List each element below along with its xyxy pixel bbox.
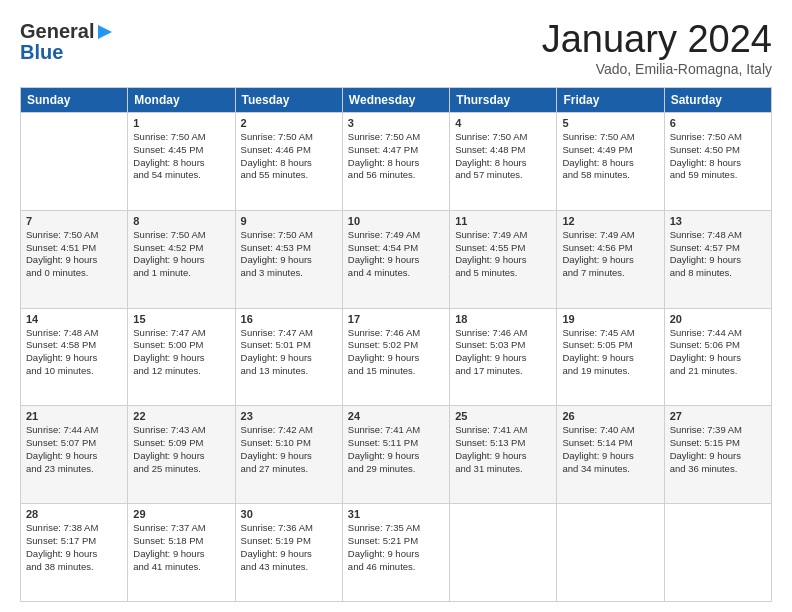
table-row: 21Sunrise: 7:44 AMSunset: 5:07 PMDayligh…	[21, 406, 128, 504]
day-number: 30	[241, 508, 337, 520]
day-info: Sunrise: 7:47 AMSunset: 5:00 PMDaylight:…	[133, 327, 229, 378]
table-row: 8Sunrise: 7:50 AMSunset: 4:52 PMDaylight…	[128, 210, 235, 308]
day-number: 23	[241, 410, 337, 422]
calendar-week-row: 1Sunrise: 7:50 AMSunset: 4:45 PMDaylight…	[21, 113, 772, 211]
logo-arrow-icon	[96, 23, 114, 41]
table-row: 31Sunrise: 7:35 AMSunset: 5:21 PMDayligh…	[342, 504, 449, 602]
table-row: 12Sunrise: 7:49 AMSunset: 4:56 PMDayligh…	[557, 210, 664, 308]
col-monday: Monday	[128, 88, 235, 113]
day-info: Sunrise: 7:50 AMSunset: 4:46 PMDaylight:…	[241, 131, 337, 182]
day-info: Sunrise: 7:45 AMSunset: 5:05 PMDaylight:…	[562, 327, 658, 378]
table-row	[21, 113, 128, 211]
day-info: Sunrise: 7:36 AMSunset: 5:19 PMDaylight:…	[241, 522, 337, 573]
day-number: 10	[348, 215, 444, 227]
day-number: 5	[562, 117, 658, 129]
table-row	[450, 504, 557, 602]
day-number: 21	[26, 410, 122, 422]
day-info: Sunrise: 7:44 AMSunset: 5:07 PMDaylight:…	[26, 424, 122, 475]
col-sunday: Sunday	[21, 88, 128, 113]
col-wednesday: Wednesday	[342, 88, 449, 113]
day-info: Sunrise: 7:49 AMSunset: 4:54 PMDaylight:…	[348, 229, 444, 280]
day-info: Sunrise: 7:50 AMSunset: 4:49 PMDaylight:…	[562, 131, 658, 182]
day-number: 2	[241, 117, 337, 129]
day-number: 11	[455, 215, 551, 227]
day-info: Sunrise: 7:49 AMSunset: 4:55 PMDaylight:…	[455, 229, 551, 280]
day-info: Sunrise: 7:38 AMSunset: 5:17 PMDaylight:…	[26, 522, 122, 573]
table-row: 30Sunrise: 7:36 AMSunset: 5:19 PMDayligh…	[235, 504, 342, 602]
day-info: Sunrise: 7:50 AMSunset: 4:47 PMDaylight:…	[348, 131, 444, 182]
day-info: Sunrise: 7:37 AMSunset: 5:18 PMDaylight:…	[133, 522, 229, 573]
day-info: Sunrise: 7:43 AMSunset: 5:09 PMDaylight:…	[133, 424, 229, 475]
col-saturday: Saturday	[664, 88, 771, 113]
day-info: Sunrise: 7:41 AMSunset: 5:13 PMDaylight:…	[455, 424, 551, 475]
day-number: 20	[670, 313, 766, 325]
logo-general: General	[20, 20, 94, 43]
table-row: 19Sunrise: 7:45 AMSunset: 5:05 PMDayligh…	[557, 308, 664, 406]
table-row: 7Sunrise: 7:50 AMSunset: 4:51 PMDaylight…	[21, 210, 128, 308]
table-row: 17Sunrise: 7:46 AMSunset: 5:02 PMDayligh…	[342, 308, 449, 406]
day-number: 7	[26, 215, 122, 227]
table-row: 28Sunrise: 7:38 AMSunset: 5:17 PMDayligh…	[21, 504, 128, 602]
table-row: 3Sunrise: 7:50 AMSunset: 4:47 PMDaylight…	[342, 113, 449, 211]
day-number: 29	[133, 508, 229, 520]
table-row: 29Sunrise: 7:37 AMSunset: 5:18 PMDayligh…	[128, 504, 235, 602]
col-friday: Friday	[557, 88, 664, 113]
day-info: Sunrise: 7:50 AMSunset: 4:48 PMDaylight:…	[455, 131, 551, 182]
day-number: 8	[133, 215, 229, 227]
table-row: 16Sunrise: 7:47 AMSunset: 5:01 PMDayligh…	[235, 308, 342, 406]
day-number: 15	[133, 313, 229, 325]
day-info: Sunrise: 7:50 AMSunset: 4:45 PMDaylight:…	[133, 131, 229, 182]
day-info: Sunrise: 7:48 AMSunset: 4:57 PMDaylight:…	[670, 229, 766, 280]
table-row: 20Sunrise: 7:44 AMSunset: 5:06 PMDayligh…	[664, 308, 771, 406]
day-number: 24	[348, 410, 444, 422]
day-info: Sunrise: 7:50 AMSunset: 4:50 PMDaylight:…	[670, 131, 766, 182]
table-row: 14Sunrise: 7:48 AMSunset: 4:58 PMDayligh…	[21, 308, 128, 406]
day-info: Sunrise: 7:40 AMSunset: 5:14 PMDaylight:…	[562, 424, 658, 475]
logo: General Blue	[20, 20, 114, 64]
day-number: 22	[133, 410, 229, 422]
day-info: Sunrise: 7:46 AMSunset: 5:03 PMDaylight:…	[455, 327, 551, 378]
location: Vado, Emilia-Romagna, Italy	[542, 61, 772, 77]
day-number: 13	[670, 215, 766, 227]
day-info: Sunrise: 7:50 AMSunset: 4:51 PMDaylight:…	[26, 229, 122, 280]
day-info: Sunrise: 7:50 AMSunset: 4:53 PMDaylight:…	[241, 229, 337, 280]
table-row: 26Sunrise: 7:40 AMSunset: 5:14 PMDayligh…	[557, 406, 664, 504]
day-number: 6	[670, 117, 766, 129]
month-title: January 2024	[542, 18, 772, 61]
day-number: 12	[562, 215, 658, 227]
day-number: 27	[670, 410, 766, 422]
calendar-page: General Blue January 2024 Vado, Emilia-R…	[0, 0, 792, 612]
header: General Blue January 2024 Vado, Emilia-R…	[20, 18, 772, 77]
table-row: 9Sunrise: 7:50 AMSunset: 4:53 PMDaylight…	[235, 210, 342, 308]
table-row: 22Sunrise: 7:43 AMSunset: 5:09 PMDayligh…	[128, 406, 235, 504]
day-number: 25	[455, 410, 551, 422]
col-tuesday: Tuesday	[235, 88, 342, 113]
table-row: 13Sunrise: 7:48 AMSunset: 4:57 PMDayligh…	[664, 210, 771, 308]
logo-blue: Blue	[20, 41, 63, 64]
calendar-week-row: 14Sunrise: 7:48 AMSunset: 4:58 PMDayligh…	[21, 308, 772, 406]
day-info: Sunrise: 7:35 AMSunset: 5:21 PMDaylight:…	[348, 522, 444, 573]
day-number: 31	[348, 508, 444, 520]
day-info: Sunrise: 7:50 AMSunset: 4:52 PMDaylight:…	[133, 229, 229, 280]
table-row: 25Sunrise: 7:41 AMSunset: 5:13 PMDayligh…	[450, 406, 557, 504]
table-row: 23Sunrise: 7:42 AMSunset: 5:10 PMDayligh…	[235, 406, 342, 504]
day-info: Sunrise: 7:47 AMSunset: 5:01 PMDaylight:…	[241, 327, 337, 378]
day-info: Sunrise: 7:39 AMSunset: 5:15 PMDaylight:…	[670, 424, 766, 475]
day-info: Sunrise: 7:49 AMSunset: 4:56 PMDaylight:…	[562, 229, 658, 280]
day-info: Sunrise: 7:44 AMSunset: 5:06 PMDaylight:…	[670, 327, 766, 378]
col-thursday: Thursday	[450, 88, 557, 113]
day-number: 16	[241, 313, 337, 325]
table-row: 27Sunrise: 7:39 AMSunset: 5:15 PMDayligh…	[664, 406, 771, 504]
day-info: Sunrise: 7:41 AMSunset: 5:11 PMDaylight:…	[348, 424, 444, 475]
calendar-week-row: 21Sunrise: 7:44 AMSunset: 5:07 PMDayligh…	[21, 406, 772, 504]
table-row: 24Sunrise: 7:41 AMSunset: 5:11 PMDayligh…	[342, 406, 449, 504]
table-row: 18Sunrise: 7:46 AMSunset: 5:03 PMDayligh…	[450, 308, 557, 406]
table-row: 4Sunrise: 7:50 AMSunset: 4:48 PMDaylight…	[450, 113, 557, 211]
table-row: 5Sunrise: 7:50 AMSunset: 4:49 PMDaylight…	[557, 113, 664, 211]
table-row: 10Sunrise: 7:49 AMSunset: 4:54 PMDayligh…	[342, 210, 449, 308]
day-number: 19	[562, 313, 658, 325]
table-row: 6Sunrise: 7:50 AMSunset: 4:50 PMDaylight…	[664, 113, 771, 211]
title-area: January 2024 Vado, Emilia-Romagna, Italy	[542, 18, 772, 77]
svg-marker-0	[98, 25, 112, 39]
day-number: 4	[455, 117, 551, 129]
